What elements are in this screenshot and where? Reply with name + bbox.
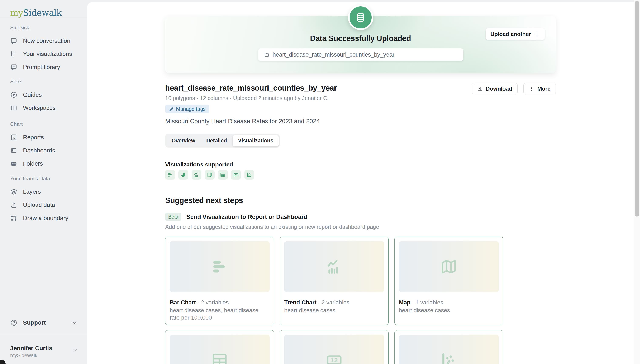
section-label-team-data: Your Team’s Data [0, 176, 87, 182]
table-icon [220, 172, 226, 178]
sidebar-item-label: New conversation [23, 38, 70, 44]
dataset-description: Missouri County Heart Disease Rates for … [165, 118, 556, 126]
database-badge [348, 5, 373, 30]
uploaded-file-pill[interactable]: heart_disease_rate_missouri_counties_by_… [258, 48, 463, 61]
sidebar-item-label: Layers [23, 188, 41, 195]
support-button[interactable]: Support [0, 317, 87, 329]
pie-chart-icon [180, 172, 186, 178]
card-thumbnail [170, 335, 270, 364]
scrollbar-thumb[interactable] [635, 1, 639, 217]
card-description: heart disease cases [284, 307, 384, 314]
sidebar-item-folders[interactable]: Folders [0, 157, 87, 170]
report-icon [10, 134, 18, 141]
card-trend-chart[interactable]: Trend Chart · 2 variables heart disease … [280, 237, 389, 325]
pencil-icon [169, 107, 174, 112]
sidebar-item-label: Your visualizations [23, 50, 72, 58]
chevron-down-icon [72, 320, 78, 326]
bar-chart-icon [167, 172, 173, 178]
section-label-sidekick: Sidekick [0, 24, 87, 31]
table-tile[interactable] [218, 170, 228, 180]
trend-chart-tile[interactable] [192, 170, 201, 180]
section-label-chart: Chart [0, 121, 87, 127]
sidebar-item-draw-boundary[interactable]: Draw a boundary [0, 212, 87, 225]
manage-tags-label: Manage tags [176, 106, 206, 112]
svg-text:12: 12 [331, 356, 338, 364]
suggested-cards-grid: Bar Chart · 2 variables heart disease ca… [165, 237, 556, 364]
bar-chart-icon [210, 257, 229, 276]
chat-icon [10, 37, 18, 44]
number-tile[interactable]: 12 [231, 170, 241, 180]
card-title: Trend Chart [284, 299, 316, 306]
card-meta: · 2 variables [196, 299, 229, 306]
dataset-title: heart_disease_rate_missouri_counties_by_… [165, 83, 472, 93]
upload-success-banner: Data Successfully Uploaded heart_disease… [165, 16, 556, 73]
table-icon [210, 351, 229, 364]
dashboard-icon [10, 147, 18, 154]
map-icon [207, 172, 212, 178]
tab-visualizations[interactable]: Visualizations [232, 135, 278, 146]
upload-another-label: Upload another [490, 31, 531, 38]
tab-overview[interactable]: Overview [166, 135, 200, 146]
card-bar-chart[interactable]: Bar Chart · 2 variables heart disease ca… [165, 237, 274, 325]
sidebar-item-label: Draw a boundary [23, 215, 68, 222]
sidebar-item-upload-data[interactable]: Upload data [0, 198, 87, 212]
sidebar-item-prompt-library[interactable]: Prompt library [0, 60, 87, 74]
sidebar-item-label: Guides [23, 92, 42, 98]
app-window: mySidewalk Sidekick New conversation You… [0, 0, 640, 364]
upload-icon [10, 201, 18, 208]
beta-row: Beta Send Visualization to Report or Das… [165, 212, 556, 221]
card-meta: · 2 variables [316, 299, 350, 306]
help-icon [10, 319, 18, 326]
database-icon [355, 12, 366, 23]
bar-chart-tile[interactable] [165, 170, 175, 180]
sidebar-item-workspaces[interactable]: Workspaces [0, 102, 87, 114]
boundary-icon [10, 214, 18, 222]
number-icon: 12 [233, 172, 239, 178]
scatter-icon [246, 172, 252, 178]
sidebar: mySidewalk Sidekick New conversation You… [0, 0, 87, 364]
card-table[interactable] [165, 330, 274, 364]
sidebar-item-label: Folders [23, 160, 43, 167]
card-description: heart disease cases, heart disease rate … [170, 307, 270, 321]
sidebar-item-dashboards[interactable]: Dashboards [0, 144, 87, 157]
layers-icon [10, 188, 18, 196]
sidebar-item-label: Prompt library [23, 64, 60, 70]
card-number[interactable]: 12 [280, 330, 389, 364]
upload-another-button[interactable]: Upload another [486, 28, 545, 40]
sidebar-item-reports[interactable]: Reports [0, 131, 87, 144]
trend-chart-icon [194, 172, 200, 178]
manage-tags-button[interactable]: Manage tags [165, 105, 209, 113]
map-tile[interactable] [205, 170, 214, 180]
card-thumbnail: 12 [284, 335, 384, 364]
sidebar-item-layers[interactable]: Layers [0, 185, 87, 198]
card-description: heart disease cases [399, 307, 499, 314]
scatter-tile[interactable] [244, 170, 254, 180]
sidebar-item-guides[interactable]: Guides [0, 88, 87, 102]
card-scatter[interactable] [394, 330, 503, 364]
logo-suffix: Sidewalk [23, 8, 62, 18]
tab-detailed[interactable]: Detailed [201, 135, 232, 146]
card-title-line: Bar Chart · 2 variables [170, 299, 270, 306]
sidebar-item-new-conversation[interactable]: New conversation [0, 34, 87, 48]
sidebar-item-your-visualizations[interactable]: Your visualizations [0, 48, 87, 60]
suggested-subtitle: Add one of our suggested visualizations … [165, 224, 556, 230]
sidebar-bottom: Support Jennifer Curtis mySidewalk [0, 317, 87, 364]
main-content: Data Successfully Uploaded heart_disease… [87, 2, 634, 364]
sidebar-item-label: Upload data [23, 202, 55, 208]
card-title: Map [399, 299, 410, 306]
user-menu[interactable]: Jennifer Curtis mySidewalk [0, 334, 87, 359]
sidebar-item-label: Reports [23, 134, 44, 141]
plus-icon [534, 31, 540, 37]
download-icon [477, 86, 483, 92]
download-button[interactable]: Download [472, 83, 518, 94]
trend-chart-icon [325, 257, 344, 276]
send-viz-heading: Send Visualization to Report or Dashboar… [186, 214, 307, 220]
pie-chart-tile[interactable] [178, 170, 188, 180]
more-button[interactable]: More [524, 83, 556, 94]
uploaded-file-name: heart_disease_rate_missouri_counties_by_… [272, 52, 394, 58]
dataset-header: heart_disease_rate_missouri_counties_by_… [165, 83, 556, 94]
beta-badge: Beta [165, 213, 181, 221]
svg-text:12: 12 [235, 174, 237, 176]
mysidewalk-logo[interactable]: mySidewalk [0, 0, 87, 18]
card-map[interactable]: Map · 1 variables heart disease cases [394, 237, 503, 325]
